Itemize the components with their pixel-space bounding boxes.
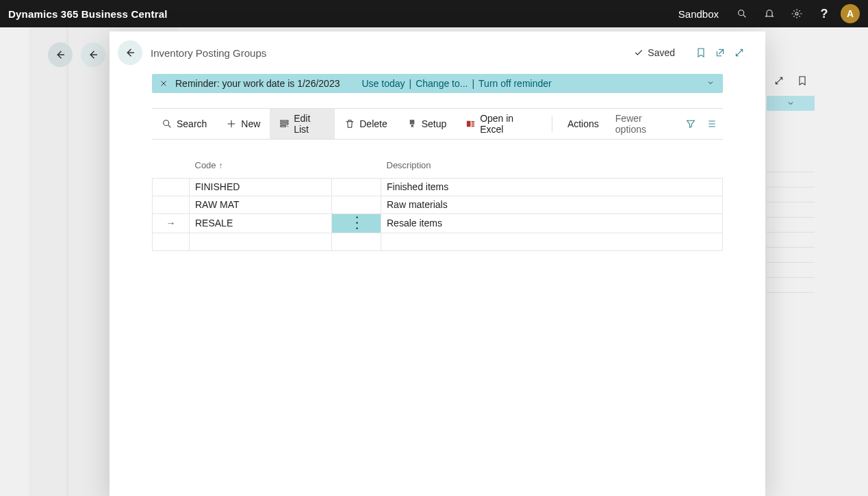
svg-rect-6 — [281, 123, 288, 125]
table-row-new[interactable] — [153, 233, 723, 250]
svg-point-2 — [795, 12, 798, 15]
edit-list-label: Edit List — [294, 113, 325, 135]
row-selector[interactable]: → — [153, 213, 190, 233]
open-in-excel-label: Open in Excel — [480, 113, 535, 135]
filter-icon[interactable] — [680, 118, 702, 129]
table-row[interactable]: FINISHEDFinished items — [153, 178, 723, 196]
new-label: New — [241, 118, 260, 129]
environment-label: Sandbox — [678, 8, 719, 20]
change-to-link[interactable]: Change to... — [416, 78, 468, 89]
svg-point-0 — [739, 10, 744, 16]
delete-button[interactable]: Delete — [335, 109, 396, 139]
code-label: Code — [195, 160, 216, 170]
avatar[interactable]: A — [841, 4, 860, 23]
table-row[interactable]: RAW MATRaw materials — [153, 196, 723, 213]
page-card: Inventory Posting Groups Saved Reminder:… — [110, 31, 765, 496]
reminder-chevron-icon[interactable] — [706, 78, 715, 89]
underlay-header-icons — [774, 75, 808, 88]
row-menu-button[interactable] — [332, 213, 381, 233]
edit-list-button[interactable]: Edit List — [270, 109, 335, 139]
row-selector[interactable] — [153, 178, 190, 196]
back-button[interactable] — [118, 40, 142, 65]
cell-description[interactable]: Finished items — [381, 178, 723, 196]
cell-description[interactable]: Raw materials — [381, 196, 723, 213]
fewer-options-button[interactable]: Fewer options — [607, 109, 680, 139]
svg-rect-7 — [281, 125, 285, 127]
search-icon[interactable] — [728, 0, 756, 27]
reminder-text: Reminder: your work date is 1/26/2023 — [175, 78, 340, 89]
svg-rect-5 — [281, 120, 288, 122]
setup-label: Setup — [422, 118, 447, 129]
svg-point-3 — [164, 120, 169, 126]
row-menu-button[interactable] — [332, 178, 381, 196]
use-today-link[interactable]: Use today — [361, 78, 405, 89]
svg-line-4 — [168, 125, 170, 127]
page-title: Inventory Posting Groups — [151, 47, 266, 59]
underlay-list — [767, 157, 815, 293]
search-label: Search — [177, 118, 207, 129]
setup-button[interactable]: Setup — [397, 109, 457, 139]
saved-label: Saved — [648, 47, 675, 58]
underlay-dropdown — [767, 96, 815, 111]
workdate-reminder: Reminder: your work date is 1/26/2023 Us… — [152, 74, 723, 93]
cell-description[interactable]: Resale items — [381, 213, 723, 233]
column-headers-row: Code↑ Description — [153, 153, 723, 178]
cell-code[interactable]: RAW MAT — [190, 196, 332, 213]
back-button-stack-1[interactable] — [48, 42, 73, 67]
cell-code[interactable]: RESALE — [190, 213, 332, 233]
new-button[interactable]: New — [216, 109, 270, 139]
sort-asc-icon: ↑ — [219, 161, 223, 170]
bookmark-icon — [797, 75, 808, 88]
row-selector[interactable] — [153, 196, 190, 213]
search-button[interactable]: Search — [152, 109, 216, 139]
back-button-stack-2[interactable] — [81, 42, 105, 67]
saved-indicator: Saved — [634, 47, 675, 58]
expand-icon — [774, 75, 784, 88]
toolbar: Search New Edit List Delete Setup Open i… — [152, 109, 723, 139]
list-view-icon[interactable] — [701, 118, 723, 129]
turn-off-reminder-link[interactable]: Turn off reminder — [478, 78, 552, 89]
card-header: Inventory Posting Groups Saved — [110, 31, 765, 74]
settings-icon[interactable] — [783, 0, 810, 27]
svg-line-1 — [743, 15, 745, 17]
close-reminder-icon[interactable] — [157, 79, 170, 88]
row-menu-button[interactable] — [332, 196, 381, 213]
cell-code[interactable]: FINISHED — [190, 178, 332, 196]
column-header-description[interactable]: Description — [381, 153, 723, 178]
open-in-new-icon[interactable] — [711, 47, 730, 58]
open-in-excel-button[interactable]: Open in Excel — [456, 109, 545, 139]
app-title: Dynamics 365 Business Central — [0, 8, 168, 20]
expand-icon[interactable] — [730, 47, 749, 58]
actions-button[interactable]: Actions — [559, 109, 607, 139]
column-header-code[interactable]: Code↑ — [190, 153, 332, 178]
help-icon[interactable]: ? — [810, 0, 838, 27]
svg-rect-8 — [467, 121, 471, 127]
delete-label: Delete — [359, 118, 387, 129]
data-table: Code↑ Description FINISHEDFinished items… — [152, 153, 723, 251]
table-row[interactable]: →RESALEResale items — [153, 213, 723, 233]
notifications-icon[interactable] — [756, 0, 783, 27]
more-icon — [356, 214, 357, 231]
bookmark-icon[interactable] — [691, 47, 711, 58]
top-bar: Dynamics 365 Business Central Sandbox ? … — [0, 0, 868, 27]
